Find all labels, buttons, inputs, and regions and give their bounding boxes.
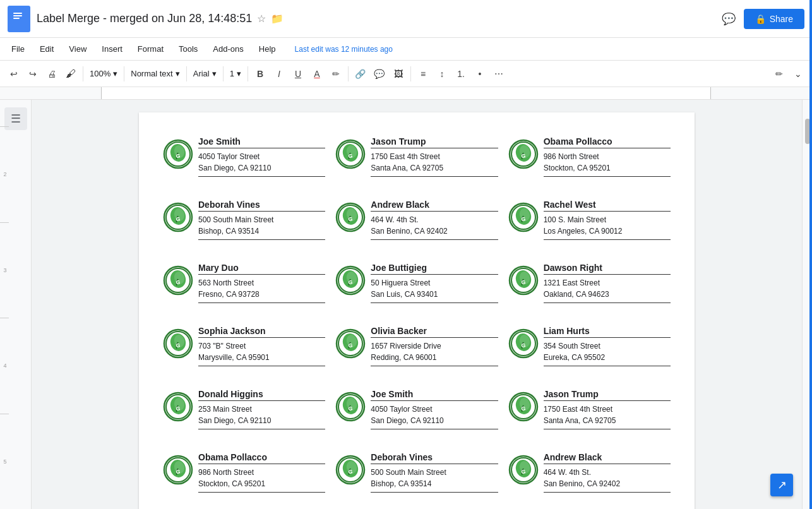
label-cell: G Sophia Jackson 703 "B" StreetMarysvill… — [158, 320, 330, 383]
line-spacing-button[interactable]: ↕ — [433, 65, 451, 83]
label-logo: G — [508, 328, 539, 359]
label-cell: G Joe Smith 4050 Taylor StreetSan Diego,… — [158, 130, 330, 193]
italic-button[interactable]: I — [270, 65, 288, 83]
menu-file[interactable]: File — [5, 42, 31, 56]
label-logo: G — [508, 392, 539, 422]
label-name: Olivia Backer — [371, 326, 498, 338]
label-logo: G — [163, 455, 193, 485]
svg-text:G: G — [176, 216, 180, 222]
font-select[interactable]: Arial ▾ — [190, 65, 220, 83]
label-content: Mary Duo 563 North StreetFresno, CA 9372… — [198, 263, 325, 303]
pencil-mode-button[interactable]: ✏ — [770, 65, 788, 83]
label-content: Obama Pollacco 986 North StreetStockton,… — [198, 452, 325, 493]
link-button[interactable]: 🔗 — [352, 65, 369, 83]
ruler-mark-5: 5 — [0, 414, 9, 510]
numbered-list-button[interactable]: 1. — [452, 65, 470, 83]
menu-addons[interactable]: Add-ons — [206, 42, 249, 56]
menu-edit[interactable]: Edit — [33, 42, 60, 56]
menu-help[interactable]: Help — [253, 42, 282, 56]
ruler-mark-4: 4 — [0, 318, 9, 414]
last-edit-link[interactable]: Last edit was 12 minutes ago — [295, 45, 393, 54]
comment-button[interactable]: 💬 — [371, 65, 388, 83]
separator-4 — [223, 66, 224, 81]
underline-button[interactable]: U — [289, 65, 307, 83]
label-address: 500 South Main StreetBishop, CA 93514 — [371, 467, 498, 489]
label-logo: G — [335, 202, 366, 232]
bold-button[interactable]: B — [251, 65, 269, 83]
label-cell: G Mary Duo 563 North StreetFresno, CA 93… — [158, 256, 330, 320]
label-content: Jason Trump 1750 East 4th StreetSanta An… — [544, 389, 671, 429]
menu-format[interactable]: Format — [131, 42, 170, 56]
label-address: 354 South StreetEureka, CA 95502 — [544, 340, 671, 363]
image-button[interactable]: 🖼 — [390, 65, 407, 83]
smart-compose-button[interactable]: ↗ — [770, 474, 793, 496]
label-cell: G Andrew Black 464 W. 4th St.San Benino,… — [330, 193, 503, 256]
title-area: Label Merge - merged on Jun 28, 14:48:51… — [37, 12, 712, 25]
label-cell: G Dawson Right 1321 East StreetOakland, … — [503, 256, 676, 320]
bullet-list-button[interactable]: • — [471, 65, 489, 83]
label-logo: G — [335, 265, 366, 296]
menu-tools[interactable]: Tools — [172, 42, 204, 56]
label-name: Obama Pollacco — [544, 136, 671, 148]
zoom-select[interactable]: 100% ▾ — [87, 65, 121, 83]
label-content: Andrew Black 464 W. 4th St.San Benino, C… — [544, 452, 671, 493]
menu-view[interactable]: View — [63, 42, 93, 56]
highlight-button[interactable]: ✏ — [327, 65, 345, 83]
label-logo: G — [508, 139, 539, 169]
label-name: Sophia Jackson — [198, 326, 325, 338]
label-name: Donald Higgins — [198, 389, 325, 401]
svg-text:G: G — [349, 153, 353, 159]
svg-text:G: G — [349, 469, 353, 475]
separator-2 — [124, 66, 124, 81]
label-cell: G Obama Pollacco 986 North StreetStockto… — [158, 446, 330, 509]
text-color-button[interactable]: A — [308, 65, 326, 83]
star-icon[interactable]: ☆ — [257, 13, 266, 25]
style-select[interactable]: Normal text ▾ — [128, 65, 182, 83]
label-cell: G Obama Pollacco 986 North StreetStockto… — [503, 130, 676, 193]
doc-page: G Joe Smith 4050 Taylor StreetSan Diego,… — [139, 112, 695, 509]
vertical-ruler: 2 3 4 5 — [0, 0, 9, 509]
align-button[interactable]: ≡ — [414, 65, 432, 83]
svg-rect-3 — [13, 18, 20, 19]
ruler — [0, 87, 812, 100]
folder-icon[interactable]: 📁 — [271, 13, 284, 25]
label-content: Joe Smith 4050 Taylor StreetSan Diego, C… — [371, 389, 498, 429]
label-address: 563 North StreetFresno, CA 93728 — [198, 277, 325, 300]
label-name: Deborah Vines — [198, 200, 325, 212]
label-content: Dawson Right 1321 East StreetOakland, CA… — [544, 263, 671, 303]
paint-format-button[interactable]: 🖌 — [62, 65, 80, 83]
size-select[interactable]: 1 ▾ — [227, 65, 244, 83]
label-cell: G Joe Buttigieg 50 Higuera StreetSan Lui… — [330, 256, 503, 320]
label-name: Joe Smith — [371, 389, 498, 401]
svg-text:G: G — [176, 153, 180, 159]
label-content: Joe Smith 4050 Taylor StreetSan Diego, C… — [198, 136, 325, 177]
svg-rect-2 — [13, 15, 22, 16]
label-cell: G Jason Trump 1750 East 4th StreetSanta … — [330, 130, 503, 193]
label-logo: G — [335, 455, 366, 485]
label-address: 500 South Main StreetBishop, CA 93514 — [198, 214, 325, 237]
share-button[interactable]: 🔒 Share — [744, 9, 804, 29]
chat-button[interactable]: 💬 — [719, 9, 739, 29]
svg-text:G: G — [176, 342, 180, 349]
doc-title: Label Merge - merged on Jun 28, 14:48:51… — [37, 12, 712, 25]
svg-text:G: G — [176, 469, 180, 475]
doc-area[interactable]: G Joe Smith 4050 Taylor StreetSan Diego,… — [32, 100, 802, 509]
label-address: 464 W. 4th St.San Benino, CA 92402 — [544, 467, 671, 489]
menu-insert[interactable]: Insert — [95, 42, 129, 56]
redo-button[interactable]: ↪ — [24, 65, 42, 83]
label-address: 4050 Taylor StreetSan Diego, CA 92110 — [198, 151, 325, 174]
label-address: 253 Main StreetSan Diego, CA 92110 — [198, 404, 325, 426]
label-address: 464 W. 4th St.San Benino, CA 92402 — [371, 214, 498, 237]
label-content: Liam Hurts 354 South StreetEureka, CA 95… — [544, 326, 671, 366]
label-address: 986 North StreetStockton, CA 95201 — [544, 151, 671, 174]
svg-text:G: G — [349, 216, 353, 222]
label-name: Joe Smith — [198, 136, 325, 148]
expand-button[interactable]: ⌄ — [789, 65, 807, 83]
more-options-button[interactable]: ⋯ — [490, 65, 508, 83]
label-name: Dawson Right — [544, 263, 671, 275]
ruler-inner — [101, 87, 711, 99]
print-button[interactable]: 🖨 — [43, 65, 61, 83]
svg-rect-1 — [13, 13, 22, 14]
label-logo: G — [335, 328, 366, 359]
label-cell: G Liam Hurts 354 South StreetEureka, CA … — [503, 320, 676, 383]
